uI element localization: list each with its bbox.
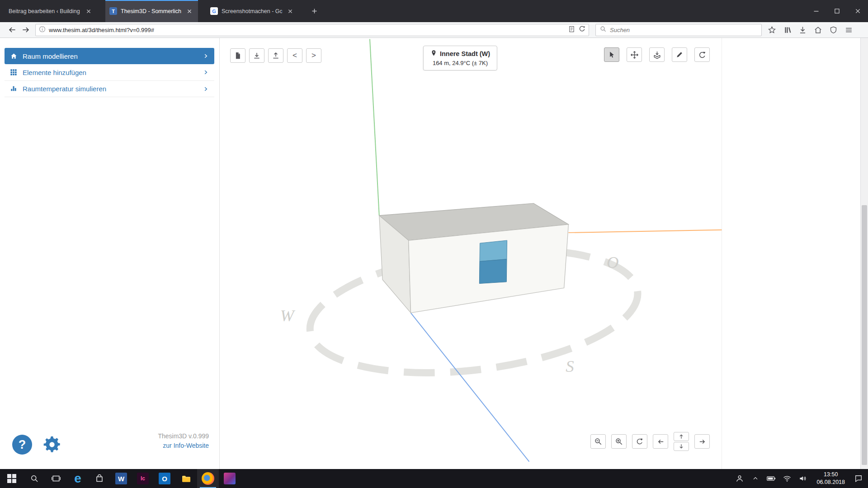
search-icon <box>599 25 607 34</box>
app-version: Thesim3D v.0.999 <box>158 432 209 441</box>
pan-left-button[interactable] <box>653 434 668 449</box>
sidebar-footer-icons: ? <box>12 435 62 455</box>
sidebar-item-raumtemperatur-simulieren[interactable]: Raumtemperatur simulieren <box>5 80 214 97</box>
url-input[interactable] <box>49 27 565 33</box>
back-icon[interactable] <box>5 23 19 36</box>
app-firefox[interactable] <box>197 469 219 488</box>
tab-wordpress[interactable]: Beitrag bearbeiten ‹ Building ti... <box>5 0 97 22</box>
app-file-explorer[interactable] <box>175 469 197 488</box>
download-model-button[interactable] <box>249 48 264 63</box>
upload-model-button[interactable] <box>268 48 283 63</box>
tab-strip: Beitrag bearbeiten ‹ Building ti... T Th… <box>0 0 319 22</box>
close-icon[interactable] <box>847 0 868 22</box>
rotate-view-button[interactable] <box>632 434 647 449</box>
navbar-action-icons <box>765 23 855 36</box>
start-button[interactable] <box>0 469 24 488</box>
pan-right-button[interactable] <box>694 434 710 449</box>
site-info-icon[interactable] <box>38 25 46 35</box>
scrollbar-thumb[interactable] <box>862 205 867 465</box>
menu-hamburger-icon[interactable] <box>842 23 855 36</box>
bookmark-star-icon[interactable] <box>765 23 778 36</box>
taskbar-clock[interactable]: 13:50 06.08.2018 <box>816 471 845 486</box>
app-edge[interactable]: e <box>67 469 89 488</box>
firefox-icon <box>202 472 214 485</box>
edit-toolbar <box>604 47 710 62</box>
tab-close-icon[interactable] <box>185 7 194 16</box>
people-icon[interactable] <box>735 474 745 483</box>
paint-icon <box>224 473 236 484</box>
grid-icon <box>10 69 18 76</box>
page-scrollbar[interactable] <box>860 38 868 469</box>
downloads-icon[interactable] <box>796 23 809 36</box>
tab-close-icon[interactable] <box>286 7 295 16</box>
url-bar[interactable] <box>35 24 589 36</box>
reader-mode-icon[interactable] <box>568 25 576 35</box>
library-icon[interactable] <box>781 23 793 36</box>
window-pane-top[interactable] <box>480 240 507 262</box>
zoom-out-button[interactable] <box>590 434 606 449</box>
insert-element-tool-button[interactable] <box>649 47 665 62</box>
chevron-right-icon: > <box>311 51 316 60</box>
home-icon[interactable] <box>811 23 824 36</box>
task-view-button[interactable] <box>45 469 67 488</box>
forward-icon[interactable] <box>19 23 33 36</box>
app-outlook[interactable]: O <box>154 469 175 488</box>
battery-icon[interactable] <box>766 474 776 483</box>
select-tool-button[interactable] <box>604 47 619 62</box>
zoom-in-button[interactable] <box>611 434 627 449</box>
word-icon: W <box>115 473 127 484</box>
pan-up-button[interactable] <box>674 432 689 441</box>
window-pane-bottom[interactable] <box>479 259 507 284</box>
clock-time: 13:50 <box>816 471 845 479</box>
tab-thesim3d[interactable]: T Thesim3D - Sommerliche ... <box>105 0 198 22</box>
main-menu: Raum modellieren Elemente hinzufügen Rau <box>5 48 214 97</box>
location-pin-icon <box>430 49 437 58</box>
action-center-icon[interactable] <box>854 474 863 483</box>
app-word[interactable]: W <box>110 469 132 488</box>
draw-tool-button[interactable] <box>672 47 687 62</box>
search-bar[interactable] <box>595 24 762 36</box>
tab-label: Thesim3D - Sommerliche ... <box>121 8 181 14</box>
app-incopy[interactable]: Ic <box>132 469 154 488</box>
clock-date: 06.08.2018 <box>816 479 845 486</box>
pocket-shield-icon[interactable] <box>827 23 840 36</box>
wifi-icon[interactable] <box>782 474 792 483</box>
sidebar: Raum modellieren Elemente hinzufügen Rau <box>0 38 220 469</box>
settings-button[interactable] <box>42 435 62 455</box>
scene-3d: W O S N <box>220 38 722 465</box>
maximize-icon[interactable] <box>826 0 847 22</box>
move-tool-button[interactable] <box>627 47 642 62</box>
redo-button[interactable]: > <box>306 48 321 63</box>
folder-icon <box>181 473 192 484</box>
reload-icon[interactable] <box>578 25 586 35</box>
outlook-icon: O <box>159 473 170 484</box>
sidebar-item-raum-modellieren[interactable]: Raum modellieren <box>5 48 214 64</box>
compass-west-label: W <box>280 306 296 325</box>
compass-east-label: O <box>607 253 619 272</box>
windows-logo-icon <box>7 474 16 483</box>
undo-button[interactable]: < <box>287 48 302 63</box>
taskbar-search-button[interactable] <box>24 469 45 488</box>
tab-close-icon[interactable] <box>84 7 93 16</box>
search-input[interactable] <box>610 27 758 33</box>
sidebar-item-label: Raumtemperatur simulieren <box>23 85 106 93</box>
app-paint[interactable] <box>219 469 241 488</box>
tab-screenshot[interactable]: G Screenshotmachen - Goo... <box>206 0 299 22</box>
minimize-icon[interactable] <box>806 0 826 22</box>
viewport-3d[interactable]: W O S N <box>220 38 722 469</box>
new-file-button[interactable] <box>230 48 245 63</box>
info-website-link[interactable]: zur Info-Website <box>158 441 209 451</box>
axis-z-blue <box>411 313 529 461</box>
hidden-icons-chevron-icon[interactable] <box>750 474 760 483</box>
google-favicon-icon: G <box>210 7 218 15</box>
new-tab-icon[interactable] <box>310 7 319 16</box>
app-store[interactable] <box>89 469 110 488</box>
help-button[interactable]: ? <box>12 435 32 455</box>
volume-icon[interactable] <box>798 474 808 483</box>
system-tray: 13:50 06.08.2018 <box>735 469 868 488</box>
sidebar-item-elemente-hinzufuegen[interactable]: Elemente hinzufügen <box>5 64 214 80</box>
window-controls <box>806 0 868 22</box>
location-badge[interactable]: Innere Stadt (W) 164 m, 24.9°C (± 7K) <box>423 46 497 70</box>
orbit-tool-button[interactable] <box>694 47 710 62</box>
pan-down-button[interactable] <box>674 442 689 451</box>
